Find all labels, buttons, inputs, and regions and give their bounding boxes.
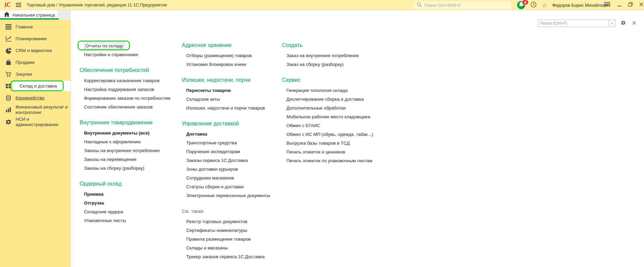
command-link[interactable]: Заказ на сборку (разборку) xyxy=(282,60,384,69)
command-link[interactable]: Накладные к оформлению xyxy=(80,138,181,146)
sidebar-item-label: Продажи xyxy=(16,60,34,65)
section-header: Управление доставкой xyxy=(182,120,284,127)
sales-icon xyxy=(5,59,12,66)
close-panel-button[interactable] xyxy=(631,20,638,27)
focused-command-label: Отчеты по складу xyxy=(84,43,124,49)
close-window-button[interactable] xyxy=(638,2,644,8)
command-link[interactable]: Заказы на внутреннее потребление xyxy=(80,146,181,155)
gear-icon xyxy=(620,20,626,27)
restore-button[interactable] xyxy=(627,2,634,8)
sidebar-item[interactable]: Главное xyxy=(0,21,71,33)
favorites-button[interactable]: ☆ xyxy=(541,2,548,8)
command-link[interactable]: Формирование заказов по потребностям xyxy=(80,94,181,103)
close-icon xyxy=(632,20,636,26)
command-link[interactable]: Заказы сервиса 1С:Доставка xyxy=(182,156,284,165)
section-header: См. также xyxy=(182,208,284,215)
sidebar-item[interactable]: Склад и доставка xyxy=(0,80,71,92)
panel-column: Отчеты по складуНастройки и справочникиО… xyxy=(80,42,181,225)
1c-logo: 1С xyxy=(4,1,10,8)
command-link[interactable]: Настройка поддержания запасов xyxy=(80,85,181,94)
tab-stub xyxy=(59,10,71,20)
command-link[interactable]: Приемка xyxy=(80,190,181,199)
command-link[interactable]: Отборы (размещения) товаров xyxy=(182,51,284,60)
section-header: Создать xyxy=(282,42,384,49)
command-link[interactable]: Внутренние документы (все) xyxy=(80,129,181,138)
sidebar-item-label: Финансовый результат и контроллинг xyxy=(16,104,68,115)
command-link[interactable]: Электронные перевозочные документы xyxy=(182,191,284,200)
command-link[interactable]: Генерация топологии склада xyxy=(282,86,384,95)
sidebar-item-label: Планирование xyxy=(16,36,47,42)
finance-icon xyxy=(5,106,12,113)
command-link[interactable]: Сертификаты номенклатуры xyxy=(182,226,284,235)
clear-search-button[interactable]: × xyxy=(609,20,615,27)
home-icon xyxy=(4,12,9,18)
command-link[interactable]: Печать этикеток по упаковочным листам xyxy=(282,156,384,165)
command-link[interactable]: Склады и магазины xyxy=(182,244,284,252)
command-link[interactable]: Мобильное рабочее место кладовщика xyxy=(282,113,384,121)
sidebar-item[interactable]: CRM и маркетинг xyxy=(0,45,71,56)
sidebar-item[interactable]: Казначейство xyxy=(0,92,71,104)
hamburger-menu-icon[interactable] xyxy=(16,3,21,7)
sidebar-item-label: Закупки xyxy=(16,72,32,77)
command-link[interactable]: Заказы на сборку (разборку) xyxy=(80,164,181,173)
section-header: Внутреннее товародвижение xyxy=(80,119,181,126)
section-header: Ордерный склад xyxy=(80,180,181,188)
command-link[interactable]: Пересчеты товаров xyxy=(182,86,284,95)
functions-menu-button[interactable] xyxy=(604,2,611,8)
sidebar-item[interactable]: Закупки xyxy=(0,68,71,80)
sidebar-item-label: CRM и маркетинг xyxy=(16,48,52,53)
command-link[interactable]: Реестр торговых документов xyxy=(182,217,284,226)
command-link[interactable]: Заказы на перемещение xyxy=(80,155,181,164)
command-link[interactable]: Поручения экспедиторам xyxy=(182,147,284,156)
command-link[interactable]: Диспетчирование сборка и доставка xyxy=(282,95,384,104)
command-link[interactable]: Выгрузка базы товаров в ТСД xyxy=(282,139,384,148)
command-link[interactable]: Складские ордера xyxy=(80,208,181,216)
command-link[interactable]: Зоны доставки курьеров xyxy=(182,165,284,174)
sidebar-item[interactable]: Финансовый результат и контроллинг xyxy=(0,104,71,116)
command-link[interactable]: Настройки и справочники xyxy=(80,50,181,59)
command-link[interactable]: Правила размещения товаров xyxy=(182,235,284,244)
command-link[interactable]: Обмен с ЕГАИС xyxy=(282,121,384,130)
command-link[interactable]: Дополнительные обработки xyxy=(282,104,384,113)
global-search[interactable] xyxy=(414,1,511,9)
command-link[interactable]: Заказ на внутреннее потребление xyxy=(282,51,384,60)
panel-search-input[interactable] xyxy=(538,20,609,27)
planning-icon xyxy=(5,35,12,42)
command-link[interactable]: Установки блокировок ячеек xyxy=(182,60,284,69)
command-link[interactable]: Излишки, недостачи и порчи товаров xyxy=(182,104,284,113)
command-link[interactable]: Складские акты xyxy=(182,95,284,104)
minimize-button[interactable] xyxy=(616,2,623,8)
command-link[interactable]: Упаковочные листы xyxy=(80,216,181,225)
command-link[interactable]: Отчеты по складу xyxy=(80,42,181,50)
minimize-icon xyxy=(617,2,622,8)
clock-icon xyxy=(530,1,537,9)
global-search-input[interactable] xyxy=(424,2,508,8)
settings-gear-button[interactable] xyxy=(620,20,626,27)
sidebar-item-label: Склад и доставка xyxy=(20,83,57,89)
command-link[interactable]: Отгрузка xyxy=(80,199,181,208)
active-tab-indicator xyxy=(0,18,59,20)
command-link[interactable]: Состояние обеспечения заказов xyxy=(80,103,181,112)
sidebar-item-label: НСИ и администрирование xyxy=(16,117,68,127)
command-link[interactable]: Корректировка назначения товаров xyxy=(80,76,181,85)
user-menu[interactable]: Федоров Борис Михайлович xyxy=(552,3,610,8)
command-link[interactable]: Доставка xyxy=(182,130,284,139)
command-link[interactable]: Печать этикеток и ценников xyxy=(282,148,384,156)
menu-lines-icon xyxy=(604,2,611,8)
section-header: Адресное хранение xyxy=(182,42,284,49)
command-link[interactable]: Транспортные средства xyxy=(182,139,284,147)
tab-bar: Начальная страница xyxy=(0,10,644,20)
settings-icon xyxy=(5,119,12,125)
command-link[interactable]: Обмен с ИС МП (обувь, одежда, табак...) xyxy=(282,130,384,139)
titlebar: 1С Торговый дом / Управление торговлей, … xyxy=(0,0,644,10)
sidebar-item[interactable]: Продажи xyxy=(0,56,71,68)
section-header: Обеспечение потребностей xyxy=(80,67,181,74)
crm-icon xyxy=(5,47,12,54)
command-link[interactable]: Трекер заказов сервиса 1С:Доставка xyxy=(182,252,284,261)
command-link[interactable]: Статусы сборки и доставки xyxy=(182,183,284,191)
sidebar-item[interactable]: НСИ и администрирование xyxy=(0,116,71,128)
sidebar-item[interactable]: Планирование xyxy=(0,33,71,45)
history-button[interactable] xyxy=(530,2,537,8)
command-link[interactable]: Сотрудники магазинов xyxy=(182,174,284,183)
main-menu-icon xyxy=(5,24,12,30)
